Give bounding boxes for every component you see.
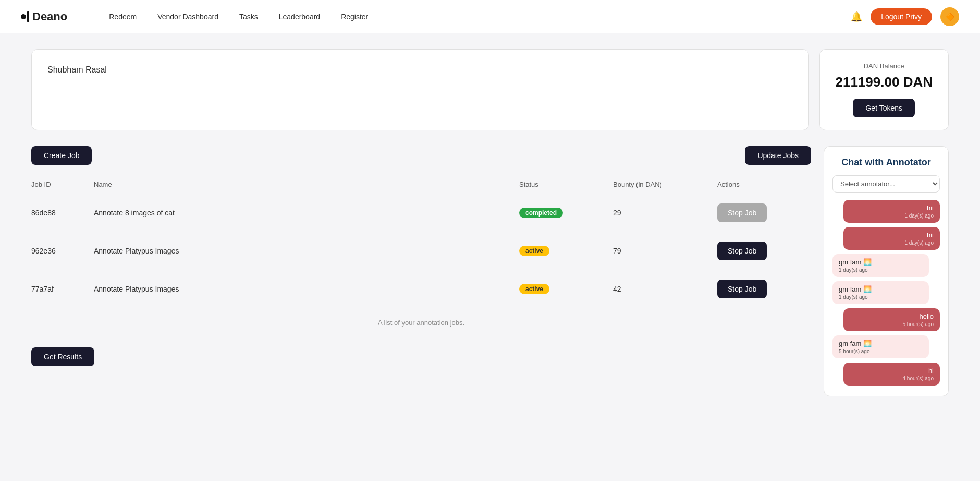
profile-name: Shubham Rasal [47, 65, 793, 75]
table-row: 962e36 Annotate Platypus Images active 7… [31, 232, 811, 270]
chat-sidebar: Chat with Annotator Select annotator... … [824, 146, 949, 396]
update-jobs-button[interactable]: Update Jobs [745, 146, 811, 165]
balance-card: DAN Balance 211199.00 DAN Get Tokens [819, 49, 949, 130]
profile-card: Shubham Rasal [31, 49, 809, 130]
job-status-2: active [519, 246, 613, 256]
profile-row: Shubham Rasal DAN Balance 211199.00 DAN … [31, 49, 949, 130]
chat-message-2: hii 1 day(s) ago [843, 227, 940, 250]
chat-title: Chat with Annotator [832, 157, 940, 168]
table-footer: A list of your annotation jobs. [31, 308, 811, 337]
nav-vendor-dashboard[interactable]: Vendor Dashboard [157, 13, 218, 21]
chat-messages: hii 1 day(s) ago hii 1 day(s) ago gm fam… [832, 200, 940, 386]
get-results-button[interactable]: Get Results [31, 347, 94, 366]
nav-redeem[interactable]: Redeem [109, 13, 137, 21]
nav-tasks[interactable]: Tasks [239, 13, 258, 21]
col-name: Name [94, 181, 519, 188]
annotator-select[interactable]: Select annotator... [832, 175, 940, 193]
stop-job-button-3[interactable]: Stop Job [717, 280, 767, 298]
logo-bar [27, 11, 29, 22]
job-bounty-1: 29 [613, 209, 717, 217]
job-status-1: completed [519, 208, 613, 218]
chat-message-3: gm fam 🌅 1 day(s) ago [832, 254, 929, 277]
table-row: 86de88 Annotate 8 images of cat complete… [31, 194, 811, 232]
token-icon[interactable]: 🔶 [940, 7, 959, 26]
chat-message-6: gm fam 🌅 5 hour(s) ago [832, 335, 929, 358]
job-status-3: active [519, 284, 613, 294]
jobs-table: Job ID Name Status Bounty (in DAN) Actio… [31, 175, 811, 337]
col-job-id: Job ID [31, 181, 94, 188]
main-content: Shubham Rasal DAN Balance 211199.00 DAN … [0, 33, 980, 412]
job-name-1: Annotate 8 images of cat [94, 209, 519, 217]
logo-dot [21, 14, 26, 19]
job-name-2: Annotate Platypus Images [94, 247, 519, 255]
job-name-3: Annotate Platypus Images [94, 285, 519, 293]
logo-text: Deano [32, 10, 67, 23]
jobs-section: Create Job Update Jobs Job ID Name Statu… [31, 146, 949, 396]
col-actions: Actions [717, 181, 811, 188]
chat-message-1: hii 1 day(s) ago [843, 200, 940, 223]
nav-right: 🔔 Logout Privy 🔶 [851, 7, 959, 26]
balance-label: DAN Balance [836, 62, 933, 70]
logo: Deano [21, 10, 67, 23]
chat-message-5: hello 5 hour(s) ago [843, 308, 940, 331]
chat-message-7: hi 4 hour(s) ago [843, 363, 940, 386]
navbar: Deano Redeem Vendor Dashboard Tasks Lead… [0, 0, 980, 33]
job-bounty-2: 79 [613, 247, 717, 255]
chat-message-4: gm fam 🌅 1 day(s) ago [832, 281, 929, 304]
job-id-3: 77a7af [31, 285, 94, 293]
logo-icon [21, 11, 29, 22]
job-id-2: 962e36 [31, 247, 94, 255]
bell-icon[interactable]: 🔔 [851, 11, 862, 22]
table-header: Job ID Name Status Bounty (in DAN) Actio… [31, 175, 811, 194]
status-badge-2: active [519, 246, 549, 256]
nav-register[interactable]: Register [341, 13, 368, 21]
jobs-main: Create Job Update Jobs Job ID Name Statu… [31, 146, 811, 396]
col-status: Status [519, 181, 613, 188]
get-tokens-button[interactable]: Get Tokens [853, 99, 915, 117]
logout-button[interactable]: Logout Privy [871, 8, 932, 25]
job-id-1: 86de88 [31, 209, 94, 217]
status-badge-3: active [519, 284, 549, 294]
stop-job-button-2[interactable]: Stop Job [717, 242, 767, 260]
job-action-3: Stop Job [717, 280, 811, 298]
create-job-button[interactable]: Create Job [31, 146, 92, 165]
balance-amount: 211199.00 DAN [836, 74, 933, 90]
stop-job-button-1[interactable]: Stop Job [717, 203, 767, 222]
job-bounty-3: 42 [613, 285, 717, 293]
status-badge-1: completed [519, 208, 563, 218]
job-action-1: Stop Job [717, 203, 811, 222]
nav-links: Redeem Vendor Dashboard Tasks Leaderboar… [109, 13, 851, 21]
table-row: 77a7af Annotate Platypus Images active 4… [31, 270, 811, 308]
nav-leaderboard[interactable]: Leaderboard [279, 13, 320, 21]
col-bounty: Bounty (in DAN) [613, 181, 717, 188]
job-action-2: Stop Job [717, 242, 811, 260]
jobs-toolbar: Create Job Update Jobs [31, 146, 811, 165]
